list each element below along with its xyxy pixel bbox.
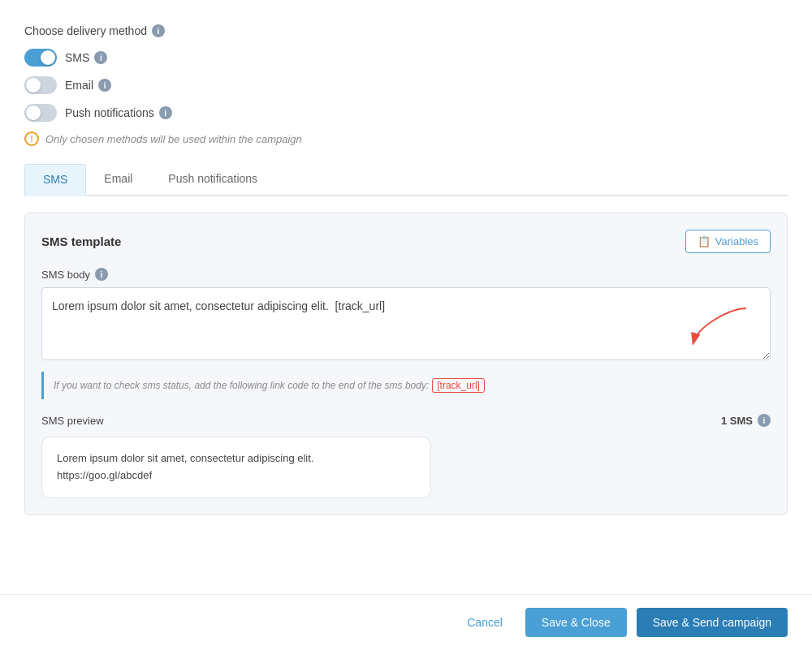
body-label-text: SMS body: [41, 269, 90, 281]
preview-line1: Lorem ipsum dolor sit amet, consectetur …: [57, 452, 313, 464]
preview-line2: https://goo.gl/abcdef: [57, 469, 152, 481]
variables-label: Variables: [715, 235, 758, 248]
notice-text: Only chosen methods will be used within …: [45, 133, 302, 145]
notice-icon: !: [24, 131, 39, 146]
email-label-text: Email: [65, 79, 93, 92]
variables-icon: 📋: [698, 235, 710, 248]
save-close-button[interactable]: Save & Close: [525, 608, 627, 637]
sms-template-card: SMS template 📋 Variables SMS body i Lore…: [24, 213, 788, 515]
delivery-method-section-title: Choose delivery method i: [24, 24, 788, 37]
notice-row: ! Only chosen methods will be used withi…: [24, 131, 788, 146]
tab-email[interactable]: Email: [86, 164, 150, 196]
email-toggle-row: Email i: [24, 76, 788, 94]
sms-info-icon[interactable]: i: [94, 51, 107, 64]
sms-count-text: 1 SMS: [721, 415, 753, 427]
delivery-info-icon[interactable]: i: [152, 24, 165, 37]
card-header: SMS template 📋 Variables: [41, 230, 771, 253]
push-toggle-row: Push notifications i: [24, 104, 788, 122]
email-info-icon[interactable]: i: [98, 79, 111, 92]
sms-toggle[interactable]: [24, 49, 57, 67]
email-toggle[interactable]: [24, 76, 57, 94]
track-url-code[interactable]: [track_url]: [432, 378, 485, 393]
sms-label-text: SMS: [65, 51, 89, 64]
sms-toggle-knob: [41, 50, 55, 65]
tab-push[interactable]: Push notifications: [150, 164, 275, 196]
track-url-hint: If you want to check sms status, add the…: [41, 372, 771, 399]
push-info-icon[interactable]: i: [159, 106, 172, 119]
delivery-tabs-bar: SMS Email Push notifications: [24, 164, 788, 196]
preview-header: SMS preview 1 SMS i: [41, 414, 771, 427]
push-toggle-label: Push notifications i: [65, 106, 172, 119]
sms-body-wrapper: Lorem ipsum dolor sit amet, consectetur …: [41, 287, 771, 364]
preview-title-text: SMS preview: [41, 415, 104, 427]
variables-button[interactable]: 📋 Variables: [685, 230, 771, 253]
tab-sms[interactable]: SMS: [24, 164, 86, 196]
sms-body-textarea[interactable]: Lorem ipsum dolor sit amet, consectetur …: [41, 287, 771, 360]
push-toggle[interactable]: [24, 104, 57, 122]
sms-preview-section: SMS preview 1 SMS i Lorem ipsum dolor si…: [41, 414, 771, 498]
delivery-title-text: Choose delivery method: [24, 24, 147, 37]
email-toggle-knob: [26, 78, 41, 93]
sms-toggle-label: SMS i: [65, 51, 107, 64]
footer: Cancel Save & Close Save & Send campaign: [0, 594, 812, 650]
sms-toggle-row: SMS i: [24, 49, 788, 67]
save-send-button[interactable]: Save & Send campaign: [637, 608, 788, 637]
push-label-text: Push notifications: [65, 106, 154, 119]
push-toggle-knob: [26, 105, 41, 120]
card-title: SMS template: [41, 235, 121, 248]
preview-bubble: Lorem ipsum dolor sit amet, consectetur …: [41, 437, 431, 498]
body-info-icon[interactable]: i: [95, 268, 108, 281]
hint-text: If you want to check sms status, add the…: [54, 380, 429, 391]
email-toggle-label: Email i: [65, 79, 111, 92]
cancel-button[interactable]: Cancel: [454, 608, 516, 637]
sms-body-label: SMS body i: [41, 268, 771, 281]
sms-count: 1 SMS i: [721, 414, 771, 427]
sms-count-info-icon[interactable]: i: [758, 414, 771, 427]
